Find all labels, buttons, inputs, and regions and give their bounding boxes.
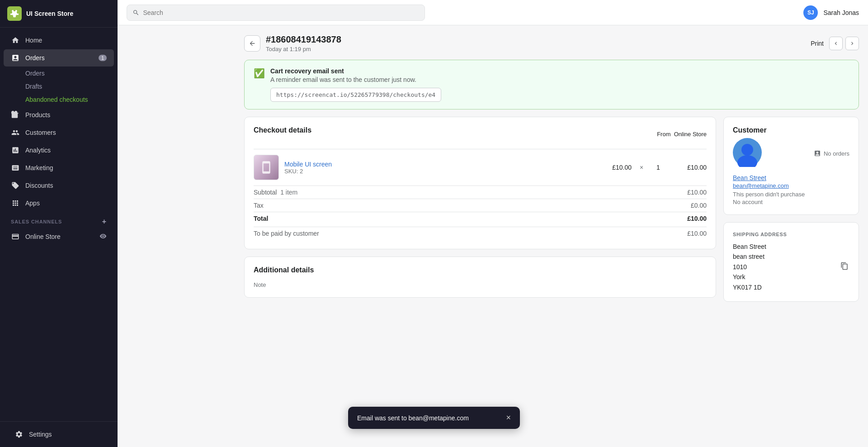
sidebar-item-products[interactable]: Products	[4, 106, 114, 124]
checkout-section-title: Checkout details	[254, 126, 311, 134]
print-button[interactable]: Print	[811, 40, 824, 47]
sidebar-item-analytics-label: Analytics	[25, 147, 51, 154]
shipping-line-5: YK017 1D	[733, 282, 766, 292]
copy-icon	[840, 262, 849, 270]
product-info: Mobile UI screen SKU: 2	[284, 161, 590, 175]
sidebar-item-products-label: Products	[25, 111, 50, 119]
toast-message: Email was sent to bean@metapine.com	[357, 414, 469, 422]
customer-avatar	[733, 138, 762, 167]
sidebar-item-customers-label: Customers	[25, 129, 56, 136]
sidebar-subitem-drafts[interactable]: Drafts	[4, 80, 114, 93]
orders-badge: 1	[99, 55, 107, 61]
product-sku: SKU: 2	[284, 168, 590, 175]
product-thumbnail	[254, 155, 279, 180]
sidebar-subitem-abandoned-checkouts-label: Abandoned checkouts	[25, 96, 88, 103]
tax-row: Tax £0.00	[254, 199, 707, 212]
customer-name-link[interactable]: Bean Street	[733, 174, 849, 181]
add-sales-channel-button[interactable]: +	[102, 218, 107, 226]
search-input[interactable]	[143, 9, 419, 16]
shipping-line-4: York	[733, 272, 766, 282]
sidebar-item-home[interactable]: Home	[4, 32, 114, 49]
alert-title: Cart recovery email sent	[270, 67, 441, 75]
shipping-address-card: SHIPPING ADDRESS Bean Street bean street…	[723, 222, 859, 302]
page-header: #18608419143878 Today at 1:19 pm Print	[244, 34, 859, 52]
sidebar-item-online-store[interactable]: Online Store	[4, 228, 114, 245]
sidebar-item-analytics[interactable]: Analytics	[4, 142, 114, 159]
back-icon	[249, 40, 256, 47]
customer-note: This person didn't purchase	[733, 191, 849, 198]
sidebar-item-discounts-label: Discounts	[25, 182, 53, 189]
sidebar-subitem-orders[interactable]: Orders	[4, 67, 114, 80]
chevron-right-icon	[849, 40, 855, 47]
subtotal-row: Subtotal 1 item £10.00	[254, 185, 707, 199]
sales-channels-header: SALES CHANNELS +	[0, 212, 118, 228]
sidebar-item-customers[interactable]: Customers	[4, 124, 114, 141]
search-bar[interactable]	[127, 5, 425, 21]
orders-icon	[11, 53, 20, 62]
sidebar-subitem-abandoned-checkouts[interactable]: Abandoned checkouts	[4, 93, 114, 106]
store-name: UI Screen Store	[26, 10, 73, 17]
copy-address-button[interactable]	[840, 242, 849, 292]
no-orders-label: No orders	[814, 150, 849, 157]
additional-section-title: Additional details	[254, 266, 707, 274]
no-orders-row: No orders	[733, 138, 849, 169]
sidebar-header: UI Screen Store	[0, 0, 118, 28]
product-row: Mobile UI screen SKU: 2 £10.00 × 1 £10.0…	[254, 149, 707, 185]
customers-icon	[11, 128, 20, 137]
search-icon	[132, 9, 139, 16]
cart-recovery-alert: ✅ Cart recovery email sent A reminder em…	[244, 60, 859, 109]
shipping-content: Bean Street bean street 1010 York YK017 …	[733, 242, 849, 292]
product-name[interactable]: Mobile UI screen	[284, 161, 590, 168]
prev-order-button[interactable]	[829, 37, 843, 50]
product-thumb-icon	[259, 161, 273, 174]
product-price: £10.00	[595, 164, 632, 171]
page-header-right: Print	[811, 37, 859, 50]
home-icon	[11, 36, 20, 45]
user-avatar: SJ	[803, 5, 818, 20]
online-store-label: Online Store	[25, 233, 61, 240]
sidebar-item-discounts[interactable]: Discounts	[4, 177, 114, 194]
total-value: £10.00	[687, 215, 707, 222]
back-button[interactable]	[244, 35, 260, 52]
settings-label: Settings	[29, 431, 52, 438]
shipping-line-3: 1010	[733, 262, 766, 272]
svg-point-1	[741, 144, 753, 156]
checkout-url[interactable]: https://screencat.io/52265779398/checkou…	[270, 88, 441, 102]
paid-by-value: £10.00	[687, 230, 707, 237]
sidebar-item-apps[interactable]: Apps	[4, 195, 114, 212]
no-orders-text: No orders	[824, 150, 849, 157]
sidebar-item-orders-label: Orders	[25, 54, 45, 62]
discounts-icon	[11, 181, 20, 190]
marketing-icon	[11, 163, 20, 172]
alert-body: A reminder email was sent to the custome…	[270, 76, 441, 83]
page-title: #18608419143878	[266, 34, 341, 45]
user-name: Sarah Jonas	[823, 9, 859, 16]
shipping-line-1: Bean Street	[733, 242, 766, 252]
total-label: Total	[254, 215, 268, 222]
main-content: #18608419143878 Today at 1:19 pm Print ✅…	[235, 25, 868, 447]
sidebar-item-settings[interactable]: Settings	[7, 426, 110, 443]
shipping-address: Bean Street bean street 1010 York YK017 …	[733, 242, 766, 292]
paid-by-label: To be paid by customer	[254, 230, 319, 237]
shipping-line-2: bean street	[733, 252, 766, 262]
customer-account: No account	[733, 199, 849, 205]
sidebar-subitem-drafts-label: Drafts	[25, 83, 42, 90]
topbar: SJ Sarah Jonas	[118, 0, 868, 25]
apps-icon	[11, 199, 20, 208]
content-row: Checkout details From Online Store Mobil…	[244, 117, 859, 309]
sidebar-item-apps-label: Apps	[25, 200, 40, 207]
toast-close-button[interactable]: ×	[506, 413, 511, 423]
next-order-button[interactable]	[845, 37, 859, 50]
note-label: Note	[254, 281, 707, 288]
additional-details-card: Additional details Note	[244, 257, 716, 298]
customer-email-link[interactable]: bean@metapine.com	[733, 182, 849, 189]
sidebar-item-orders[interactable]: Orders 1	[4, 49, 114, 67]
orders-icon-small	[814, 150, 821, 157]
sidebar-subitem-orders-label: Orders	[25, 70, 45, 77]
subtotal-items: 1 item	[280, 189, 297, 196]
settings-icon	[14, 430, 24, 439]
sidebar-item-home-label: Home	[25, 37, 42, 44]
customer-section-title: Customer	[733, 126, 849, 134]
shipping-section-title: SHIPPING ADDRESS	[733, 232, 849, 237]
sidebar-item-marketing[interactable]: Marketing	[4, 159, 114, 176]
